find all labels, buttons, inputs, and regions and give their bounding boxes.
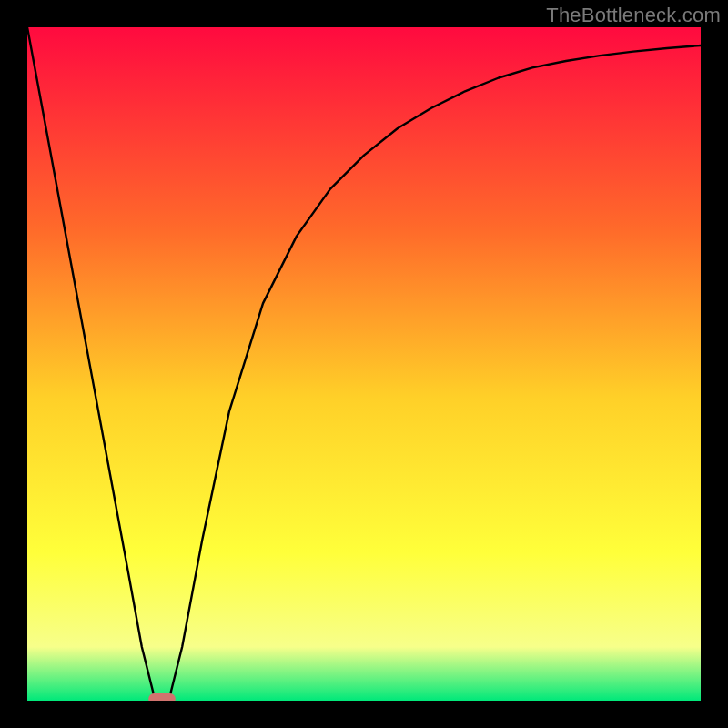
plot-area: [27, 27, 701, 701]
gradient-background: [27, 27, 701, 701]
watermark-text: TheBottleneck.com: [546, 4, 721, 27]
chart-svg: [27, 27, 701, 701]
chart-frame: TheBottleneck.com: [0, 0, 728, 728]
vertex-marker: [148, 693, 176, 701]
